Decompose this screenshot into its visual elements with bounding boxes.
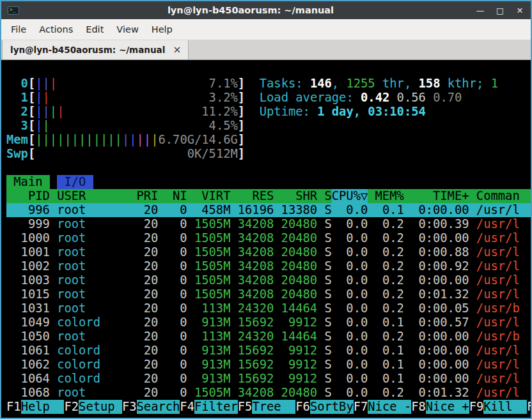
menu-item-edit[interactable]: Edit (79, 21, 110, 38)
minimize-icon[interactable]: — (476, 6, 485, 15)
meter-bracket: ] (238, 91, 245, 105)
fkey-action-label: SortBy (310, 400, 354, 414)
cell-res: 24320 (230, 330, 274, 344)
cell-cpu: 0.0 (332, 287, 368, 301)
column-header-time[interactable]: TIME+ (404, 189, 469, 203)
fkey-action-label: Filter (194, 400, 238, 414)
fkey-f4[interactable]: F4Filter (180, 400, 237, 414)
process-row-1068[interactable]: 1068root2001505M3420820480S0.00.20:01.32… (6, 386, 531, 400)
process-row-1000[interactable]: 1000root2001505M3420820480S0.00.20:00.00… (6, 231, 531, 245)
process-row-999[interactable]: 999root2001505M3420820480S0.00.20:00.39/… (6, 217, 531, 231)
fkey-f8[interactable]: F8Nice + (411, 400, 469, 414)
cell-cpu: 0.0 (332, 217, 368, 231)
column-header-shr[interactable]: SHR (274, 189, 317, 203)
cell-s: S (317, 330, 332, 344)
cell-time: 0:00.00 (404, 344, 469, 358)
cell-mem: 0.2 (368, 301, 404, 316)
cell-pid: 999 (6, 217, 50, 231)
fkey-f7[interactable]: F7Nice - (354, 400, 411, 414)
column-header-virt[interactable]: VIRT (187, 189, 231, 203)
screen-tab-main[interactable]: Main (6, 175, 50, 189)
cell-user: colord (50, 316, 129, 330)
cell-pid: 1031 (6, 301, 50, 316)
cell-ni: 0 (158, 358, 187, 372)
cell-pri: 20 (129, 203, 158, 217)
column-header-s[interactable]: S (317, 189, 332, 203)
process-row-1064[interactable]: 1064colord200913M156929912S0.00.10:00.00… (6, 372, 531, 386)
cell-mem: 0.2 (368, 386, 404, 400)
cell-shr: 14464 (274, 301, 317, 316)
meter-bar: |||||||||||||||||6.70G/14.6G (35, 133, 238, 147)
cell-res: 15692 (230, 344, 274, 358)
process-row-1003[interactable]: 1003root2001505M3420820480S0.00.20:00.00… (6, 273, 531, 287)
column-header-comman[interactable]: Comman (469, 189, 531, 203)
process-row-1050[interactable]: 1050root200113M2432014464S0.00.20:00.00/… (6, 330, 531, 344)
menu-item-help[interactable]: Help (145, 21, 179, 38)
column-header-ni[interactable]: NI (158, 189, 187, 203)
cell-comman: /usr/l (469, 259, 531, 273)
cell-mem: 0.2 (368, 273, 404, 287)
fkey-f2[interactable]: F2Setup (64, 400, 121, 414)
fkey-f9[interactable]: F9Kill (469, 400, 527, 414)
column-header-cpu[interactable]: CPU%▽ (332, 189, 368, 203)
cell-ni: 0 (158, 372, 187, 386)
tab-close-icon[interactable]: × (173, 45, 181, 55)
cell-comman: /usr/l (469, 273, 531, 287)
cell-shr: 9912 (274, 358, 317, 372)
cell-virt: 113M (187, 301, 231, 316)
cell-s: S (317, 245, 332, 259)
menu-item-view[interactable]: View (110, 21, 145, 38)
process-row-1002[interactable]: 1002root2001505M3420820480S0.00.20:00.92… (6, 259, 531, 273)
fkey-f1[interactable]: F1Help (6, 400, 64, 414)
cell-mem: 0.2 (368, 287, 404, 301)
process-row-996[interactable]: 996root200458M1619613380S0.00.10:00.00/u… (6, 203, 531, 217)
cell-shr: 9912 (274, 372, 317, 386)
meter-bracket: [ (28, 105, 35, 119)
cell-comman: /usr/l (469, 372, 531, 386)
fkey-f6[interactable]: F6SortBy (295, 400, 353, 414)
cell-user: root (50, 330, 129, 344)
meter-bar-marks: || (35, 119, 50, 133)
cell-shr: 9912 (274, 316, 317, 330)
menu-item-file[interactable]: File (4, 21, 33, 38)
cell-s: S (317, 386, 332, 400)
maximize-icon[interactable]: □ (496, 6, 505, 15)
title-bar[interactable]: lyn@lyn-b450aorusm: ~/manual — □ ✕ (1, 1, 531, 19)
fkey-action-label: Tree (252, 400, 295, 414)
process-row-1061[interactable]: 1061colord200913M156929912S0.00.10:00.00… (6, 344, 531, 358)
process-row-1049[interactable]: 1049colord200913M156929912S0.00.10:00.57… (6, 316, 531, 330)
meter-value: 11.2% (201, 105, 238, 119)
cell-res: 34208 (230, 386, 274, 400)
fkey-label: F8 (411, 400, 426, 414)
cell-pid: 1062 (6, 358, 50, 372)
terminal-tab[interactable]: lyn@lyn-b450aorusm: ~/manual × (2, 40, 189, 59)
screen-tab-io[interactable]: I/O (57, 175, 93, 189)
meter-bar: ||3.2% (35, 91, 238, 105)
cell-time: 0:01.32 (404, 386, 469, 400)
cell-pid: 1002 (6, 259, 50, 273)
terminal-screen[interactable]: 0[|||7.1%]Tasks: 146, 1255 thr, 158 kthr… (1, 60, 531, 418)
cell-res: 34208 (230, 245, 274, 259)
fkey-f3[interactable]: F3Search (122, 400, 180, 414)
cell-s: S (317, 287, 332, 301)
menu-item-actions[interactable]: Actions (33, 21, 79, 38)
process-row-1015[interactable]: 1015root2001505M3420820480S0.00.20:01.32… (6, 287, 531, 301)
column-header-pid[interactable]: PID (6, 189, 50, 203)
cell-time: 0:01.32 (404, 287, 469, 301)
process-row-1062[interactable]: 1062colord200913M156929912S0.00.10:00.00… (6, 358, 531, 372)
fkey-f5[interactable]: F5Tree (238, 400, 295, 414)
column-header-res[interactable]: RES (230, 189, 274, 203)
cell-pri: 20 (129, 372, 158, 386)
process-row-1031[interactable]: 1031root200113M2432014464S0.00.20:00.05/… (6, 301, 531, 316)
process-row-1001[interactable]: 1001root2001505M3420820480S0.00.20:00.88… (6, 245, 531, 259)
cell-res: 24320 (230, 301, 274, 316)
cell-comman: /usr/l (469, 386, 531, 400)
cell-virt: 1505M (187, 245, 231, 259)
close-icon[interactable]: ✕ (515, 6, 524, 15)
cell-ni: 0 (158, 330, 187, 344)
column-header-pri[interactable]: PRI (129, 189, 158, 203)
column-header-user[interactable]: USER (50, 189, 129, 203)
column-header-mem[interactable]: MEM% (368, 189, 404, 203)
cell-comman: /usr/l (469, 245, 531, 259)
fkey-f[interactable]: F (527, 400, 531, 414)
